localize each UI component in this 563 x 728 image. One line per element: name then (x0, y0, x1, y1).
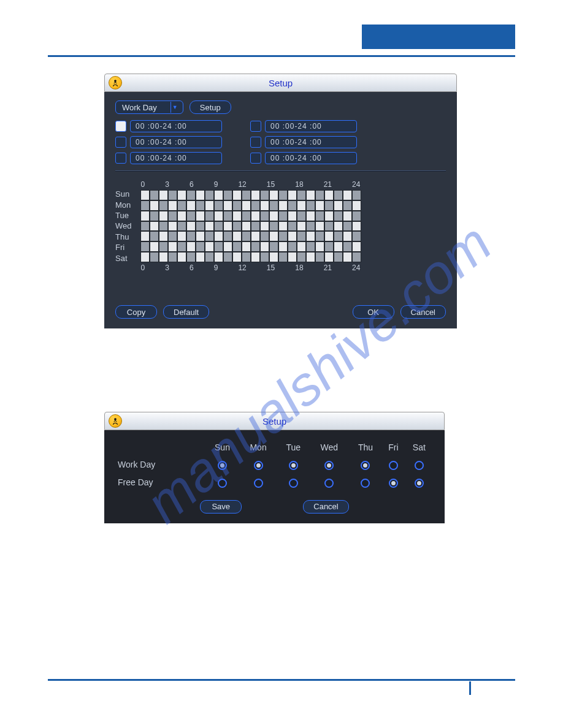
footer-rule (48, 679, 515, 681)
person-icon (109, 76, 122, 89)
period-time-5[interactable]: 00 :00 -24 :00 (265, 136, 357, 148)
hour-scale-top: 03691215182124 (140, 180, 361, 189)
period-checkbox-5[interactable] (250, 137, 261, 148)
time-periods-right: 00 :00 -24 :00 00 :00 -24 :00 00 :00 -24… (250, 120, 357, 164)
header-accent-box (362, 25, 515, 49)
day-labels-col: Sun Mon Tue Wed Thu Fri Sat (115, 180, 132, 272)
schedule-grid-wrap: Sun Mon Tue Wed Thu Fri Sat 036912151821… (115, 180, 446, 272)
titlebar: Setup (104, 74, 457, 92)
radio-workday-sat[interactable] (415, 461, 424, 470)
chevron-down-icon: ▼ (170, 102, 179, 113)
period-time-1[interactable]: 00 :00 -24 :00 (130, 120, 222, 132)
col-wed: Wed (310, 439, 349, 456)
radio-workday-mon[interactable] (254, 461, 263, 470)
radio-freeday-wed[interactable] (324, 479, 334, 488)
period-checkbox-4[interactable] (250, 121, 261, 132)
radio-workday-fri[interactable] (389, 461, 398, 470)
col-thu: Thu (349, 439, 382, 456)
day-label: Wed (115, 221, 132, 230)
schedule-grid[interactable] (140, 190, 361, 262)
col-fri: Fri (382, 439, 405, 456)
day-type-combo[interactable]: Work Day ▼ (115, 100, 183, 114)
col-tue: Tue (277, 439, 310, 456)
radio-workday-tue[interactable] (289, 461, 298, 470)
period-time-6[interactable]: 00 :00 -24 :00 (265, 152, 357, 164)
copy-button[interactable]: Copy (115, 305, 157, 319)
period-time-3[interactable]: 00 :00 -24 :00 (130, 152, 222, 164)
row-freeday: Free Day (115, 474, 434, 491)
svg-point-0 (114, 80, 117, 82)
radio-freeday-sun[interactable] (218, 479, 227, 488)
cancel-button[interactable]: Cancel (303, 500, 348, 514)
day-type-value: Work Day (122, 103, 157, 112)
row-label: Work Day (115, 456, 205, 474)
dialog2-buttons: Save Cancel (115, 500, 434, 514)
radio-freeday-mon[interactable] (254, 479, 263, 488)
setup-dialog-days: Setup Sun Mon Tue Wed Thu Fri Sat Work D… (104, 412, 445, 523)
setup-dialog-period: Setup Work Day ▼ Setup 00 :00 -24 :00 00… (104, 74, 457, 328)
period-checkbox-6[interactable] (250, 153, 261, 164)
setup-inner-button[interactable]: Setup (190, 100, 231, 114)
separator (115, 170, 446, 172)
period-time-4[interactable]: 00 :00 -24 :00 (265, 120, 357, 132)
default-button[interactable]: Default (163, 305, 209, 319)
period-time-2[interactable]: 00 :00 -24 :00 (130, 136, 222, 148)
col-sun: Sun (205, 439, 240, 456)
radio-freeday-tue[interactable] (289, 479, 298, 488)
radio-workday-wed[interactable] (324, 461, 334, 470)
radio-freeday-thu[interactable] (361, 479, 370, 488)
period-checkbox-3[interactable] (115, 153, 126, 164)
hour-scale-bottom: 03691215182124 (140, 264, 361, 272)
ok-button[interactable]: OK (353, 305, 394, 319)
day-label: Mon (115, 200, 132, 210)
dialog1-buttons: Copy Default OK Cancel (115, 305, 446, 319)
period-checkbox-2[interactable] (115, 137, 126, 148)
period-checkbox-1[interactable] (115, 121, 126, 132)
radio-workday-thu[interactable] (361, 461, 370, 470)
dialog-title: Setup (269, 78, 293, 88)
person-icon (109, 414, 122, 428)
col-sat: Sat (405, 439, 434, 456)
day-label: Sun (115, 189, 132, 199)
footer-tick (469, 681, 471, 695)
radio-freeday-fri[interactable] (389, 479, 398, 488)
day-label: Fri (115, 243, 132, 252)
row-label: Free Day (115, 474, 205, 491)
header-rule (48, 55, 515, 57)
radio-freeday-sat[interactable] (415, 479, 424, 488)
titlebar: Setup (104, 412, 445, 430)
day-label: Thu (115, 232, 132, 241)
col-mon: Mon (239, 439, 277, 456)
day-label: Sat (115, 254, 132, 263)
save-button[interactable]: Save (200, 500, 242, 514)
dialog-title: Setup (262, 416, 286, 427)
svg-point-1 (114, 418, 117, 420)
day-label: Tue (115, 211, 132, 220)
time-periods-left: 00 :00 -24 :00 00 :00 -24 :00 00 :00 -24… (115, 120, 222, 164)
day-type-table: Sun Mon Tue Wed Thu Fri Sat Work Day Fre… (115, 439, 434, 491)
radio-workday-sun[interactable] (218, 461, 227, 470)
cancel-button[interactable]: Cancel (400, 305, 446, 319)
row-workday: Work Day (115, 456, 434, 474)
